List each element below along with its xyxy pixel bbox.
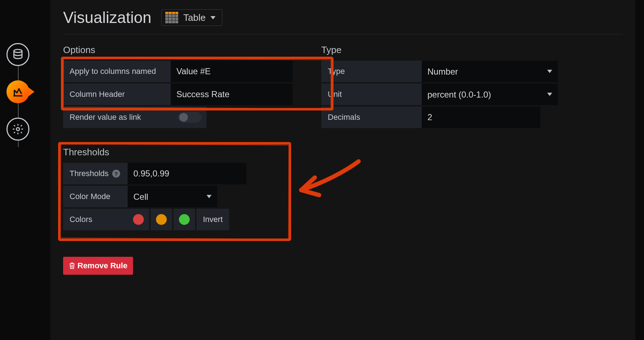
decimals-row: Decimals <box>321 107 558 128</box>
svg-point-1 <box>16 128 20 131</box>
thresholds-label-text: Thresholds <box>70 169 109 178</box>
rail-settings-button[interactable] <box>6 118 29 141</box>
svg-point-0 <box>14 49 22 53</box>
decimals-label: Decimals <box>321 107 422 128</box>
type-select[interactable]: Number <box>422 61 558 82</box>
options-section-label: Options <box>63 44 293 56</box>
panel-header: Visualization Table <box>63 9 622 27</box>
colormode-select[interactable]: Cell <box>128 186 217 207</box>
apply-columns-row: Apply to columns named <box>63 61 293 82</box>
rail-visualization-button[interactable] <box>6 80 29 103</box>
thresholds-row: Thresholds ? <box>63 163 250 184</box>
colormode-label: Color Mode <box>63 186 128 207</box>
type-column: Type Type Number Unit percent (0.0-1.0) <box>321 44 558 275</box>
color-swatch-3[interactable] <box>174 209 195 230</box>
table-icon <box>165 12 178 23</box>
chart-icon <box>12 86 24 98</box>
chevron-down-icon <box>210 16 216 19</box>
column-header-row: Column Header <box>63 84 293 105</box>
help-icon[interactable]: ? <box>112 170 120 178</box>
remove-rule-label: Remove Rule <box>77 261 127 270</box>
type-section-label: Type <box>321 44 558 56</box>
decimals-input[interactable] <box>422 107 540 128</box>
rail-datasource-button[interactable] <box>6 43 29 66</box>
gear-icon <box>12 123 24 135</box>
render-link-label: Render value as link <box>63 107 171 128</box>
side-rail <box>0 0 36 340</box>
unit-row: Unit percent (0.0-1.0) <box>321 84 558 105</box>
color-swatch-1[interactable] <box>128 209 149 230</box>
unit-select[interactable]: percent (0.0-1.0) <box>422 84 558 105</box>
thresholds-input[interactable] <box>128 163 246 184</box>
type-label: Type <box>321 61 422 82</box>
color-orange-icon <box>156 214 167 225</box>
column-header-label: Column Header <box>63 84 171 105</box>
thresholds-section-label: Thresholds <box>63 147 250 158</box>
column-header-input[interactable] <box>171 84 293 105</box>
panel-title: Visualization <box>63 9 151 27</box>
trash-icon <box>69 262 75 269</box>
visualization-picker[interactable]: Table <box>161 9 222 26</box>
toggle-knob <box>179 113 188 122</box>
colormode-row: Color Mode Cell <box>63 186 250 207</box>
color-swatch-2[interactable] <box>151 209 172 230</box>
color-red-icon <box>133 214 144 225</box>
apply-columns-label: Apply to columns named <box>63 61 171 82</box>
database-icon <box>12 48 24 61</box>
remove-rule-button[interactable]: Remove Rule <box>63 257 133 275</box>
invert-button[interactable]: Invert <box>196 209 229 230</box>
color-green-icon <box>179 214 190 225</box>
render-link-row: Render value as link <box>63 107 293 128</box>
apply-columns-input[interactable] <box>171 61 293 82</box>
unit-label: Unit <box>321 84 422 105</box>
colors-row: Colors Invert <box>63 209 250 230</box>
thresholds-section: Thresholds Thresholds ? Color Mode Cell <box>63 147 250 230</box>
options-column: Options Apply to columns named Column He… <box>63 44 293 275</box>
type-row: Type Number <box>321 61 558 82</box>
visualization-picker-label: Table <box>183 12 205 23</box>
editor-panel: Visualization Table Options Apply to col… <box>50 0 635 340</box>
colors-label: Colors <box>63 209 128 230</box>
thresholds-label: Thresholds ? <box>63 163 128 184</box>
render-link-toggle[interactable] <box>178 112 202 123</box>
